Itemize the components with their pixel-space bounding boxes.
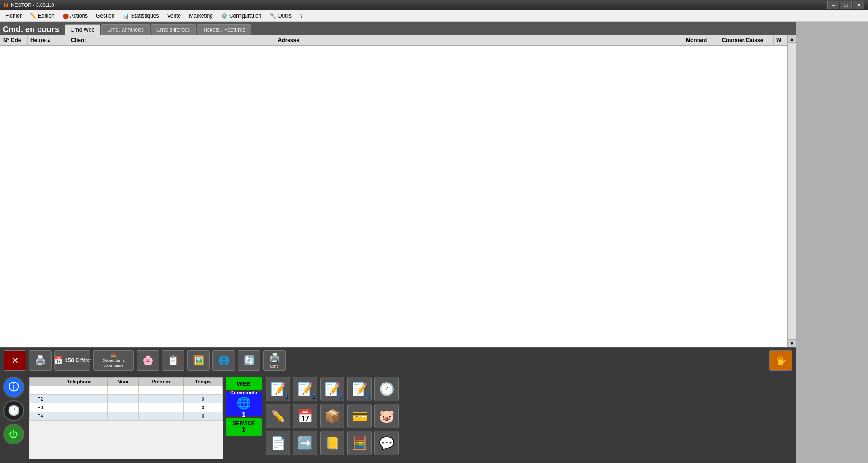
maximize-button[interactable]: □ — [840, 1, 852, 9]
col-spacer — [59, 35, 68, 45]
col-key — [30, 378, 51, 386]
web-button[interactable]: WEB — [226, 377, 262, 390]
fkey-f2-key: F2 — [30, 395, 51, 403]
clock-grid-button[interactable]: 🕐 — [374, 377, 399, 401]
power-button[interactable]: ⏻ — [3, 424, 24, 444]
scrollbar-right[interactable]: ▲ ▼ — [788, 35, 796, 347]
differer-label: Différer — [76, 358, 91, 363]
stats-icon: 📊 — [123, 13, 129, 19]
camera-button[interactable]: 🖼️ — [187, 350, 210, 371]
commande-button[interactable]: Commande 🌐 1 — [226, 392, 262, 416]
close-button[interactable]: ✕ — [853, 1, 864, 9]
differer-button[interactable]: 📅 150 Différer — [54, 350, 90, 371]
hand-button[interactable]: 🖐️ — [769, 350, 792, 371]
fkey-f2-nom — [108, 395, 139, 403]
fkey-row-f1[interactable]: F1 0 — [30, 386, 223, 395]
menu-edition[interactable]: ✏️ Edition — [26, 12, 58, 20]
fkey-row-f2[interactable]: F2 0 — [30, 395, 223, 403]
col-w: W — [774, 35, 787, 45]
menu-configuration[interactable]: ⚙️ Configuration — [217, 12, 265, 20]
power-icon: ⏻ — [9, 429, 18, 440]
menu-fichier[interactable]: Fichier — [2, 12, 25, 20]
menu-vente[interactable]: Vente — [163, 12, 184, 20]
clock-button[interactable]: 🕐 — [3, 400, 24, 421]
fkey-f3-prenom — [138, 403, 183, 412]
page-title: Cmd. en cours — [3, 25, 59, 34]
menu-edition-label: Edition — [38, 13, 55, 19]
fkey-f2-temps: 0 — [183, 395, 222, 403]
web-panel: WEB Commande 🌐 1 SERVICE 1 — [223, 373, 264, 463]
close-order-button[interactable]: ✕ — [4, 350, 26, 371]
table-body — [0, 46, 787, 347]
arrow-right-button[interactable]: ➡️ — [293, 431, 317, 455]
notepad4-icon: 📝 — [352, 382, 368, 397]
sms-button[interactable]: 💬 — [374, 431, 399, 455]
refresh-button[interactable]: 🔄 — [238, 350, 260, 371]
notepad4-badge: 4 — [366, 393, 369, 400]
scroll-up-arrow[interactable]: ▲ — [788, 35, 796, 43]
flower-button[interactable]: 🌸 — [137, 350, 159, 371]
calculator-button[interactable]: 🧮 — [347, 431, 372, 455]
phone-book-button[interactable]: 📒 — [320, 431, 344, 455]
globe-button[interactable]: 🌐 — [212, 350, 235, 371]
menu-actions-label: Actions — [70, 13, 88, 19]
outils-icon: 🔧 — [269, 13, 276, 19]
fkey-row-f4[interactable]: F4 0 — [30, 412, 223, 421]
fkey-f3-temps: 0 — [183, 403, 222, 412]
note2-icon: 📄 — [270, 436, 286, 451]
cmd-button[interactable]: 🖨️ Cmd — [263, 350, 286, 371]
menu-gestion[interactable]: Gestion — [92, 12, 118, 20]
fkey-f4-key: F4 — [30, 412, 51, 421]
col-client: Client — [68, 35, 275, 45]
tab-area: Cmd. en cours Cmd Web Cmd. annulées Cmd … — [0, 22, 796, 35]
col-prenom: Prénom — [138, 378, 183, 386]
menu-actions[interactable]: ⬤ Actions — [59, 12, 91, 20]
notes-button[interactable]: 📋 — [162, 350, 184, 371]
depart-button[interactable]: 📤 Départ de la commande — [93, 350, 134, 371]
menu-marketing[interactable]: Marketing — [185, 12, 217, 20]
tab-cmd-web[interactable]: Cmd Web — [65, 24, 100, 35]
info-button[interactable]: ⓘ — [3, 377, 24, 398]
notepad1-badge: 1 — [284, 393, 288, 400]
print-button[interactable]: 🖨️ — [29, 350, 52, 371]
card-button[interactable]: 💳 — [347, 404, 372, 428]
sms-icon: 💬 — [379, 436, 395, 451]
card-icon: 💳 — [352, 409, 368, 424]
col-nom: Nom — [108, 378, 139, 386]
box-button[interactable]: 📦 — [320, 404, 344, 428]
edit-check-icon: ✏️ — [271, 409, 285, 423]
menu-statistiques[interactable]: 📊 Statistiques — [119, 12, 162, 20]
note2-button[interactable]: 📄 — [266, 431, 290, 455]
notepad3-badge: 3 — [339, 393, 342, 400]
arrow-right-icon: ➡️ — [297, 436, 313, 451]
notepad2-icon: 📝 — [297, 382, 313, 397]
phone-book-icon: 📒 — [325, 436, 340, 450]
calendar-grid-button[interactable]: 📅 — [293, 404, 317, 428]
calendar-grid-icon: 📅 — [297, 409, 313, 424]
fkey-f3-telephone — [51, 403, 108, 412]
menu-statistiques-label: Statistiques — [131, 13, 159, 19]
menu-vente-label: Vente — [167, 13, 181, 19]
tab-tickets-factures[interactable]: Tickets / Factures — [197, 24, 251, 35]
menu-bar: Fichier ✏️ Edition ⬤ Actions Gestion 📊 S… — [0, 10, 868, 22]
notepad4-button[interactable]: 📝 4 — [347, 377, 372, 401]
tab-cmd-annulees[interactable]: Cmd. annulées — [101, 24, 150, 35]
info-icon: ⓘ — [9, 380, 19, 394]
menu-fichier-label: Fichier — [5, 13, 22, 19]
menu-help[interactable]: ? — [296, 12, 307, 20]
fkey-f1-temps: 0 — [183, 386, 222, 395]
edit-check-button[interactable]: ✏️ — [266, 404, 290, 428]
piggy-button[interactable]: 🐷 — [374, 404, 399, 428]
notepad1-button[interactable]: 📝 1 — [266, 377, 290, 401]
col-telephone: Téléphone — [51, 378, 108, 386]
minimize-button[interactable]: – — [827, 1, 839, 9]
fkey-row-f3[interactable]: F3 0 — [30, 403, 223, 412]
menu-outils[interactable]: 🔧 Outils — [266, 12, 295, 20]
commande-count: 1 — [242, 411, 246, 419]
service-button[interactable]: SERVICE 1 — [226, 418, 262, 436]
notepad3-button[interactable]: 📝 3 — [320, 377, 344, 401]
scroll-down-arrow[interactable]: ▼ — [788, 339, 796, 347]
edition-icon: ✏️ — [30, 13, 37, 19]
tab-cmd-differees[interactable]: Cmd différées — [151, 24, 196, 35]
notepad2-button[interactable]: 📝 2 — [293, 377, 317, 401]
